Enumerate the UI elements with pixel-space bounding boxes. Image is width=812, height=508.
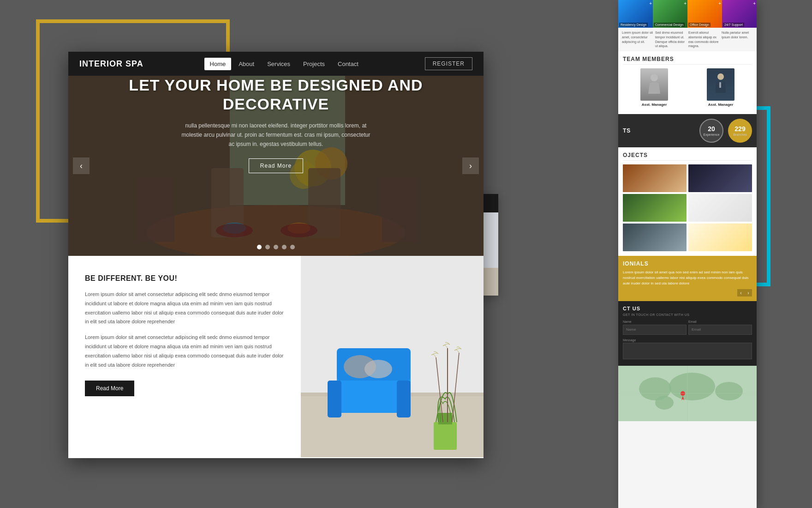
- contact-sub: GET IN TOUCH OR CONTACT WITH US: [623, 313, 752, 316]
- contact-name-input[interactable]: [623, 325, 687, 335]
- nav-about[interactable]: About: [233, 58, 260, 70]
- stat-branches-num: 229: [734, 126, 745, 132]
- contact-name-label: Name: [623, 320, 687, 323]
- hero-dot-4[interactable]: [282, 245, 287, 249]
- svg-rect-3: [720, 82, 721, 88]
- testimonial-nav: ‹ ›: [623, 289, 752, 296]
- svg-rect-38: [434, 422, 457, 450]
- map-section: [618, 366, 757, 421]
- project-thumb-4[interactable]: [688, 194, 752, 222]
- hero-subtitle: nulla pellentesque mi non laoreet eleife…: [179, 121, 373, 149]
- stat-branches-label: Branches: [733, 133, 747, 136]
- content-text-2: Lorem ipsum dolor sit amet consectetur a…: [85, 333, 284, 369]
- project-thumb-1[interactable]: [623, 164, 687, 192]
- content-title: BE DIFFERENT. BE YOU!: [85, 274, 284, 283]
- top-image-plus-4[interactable]: +: [753, 1, 756, 6]
- register-button[interactable]: REGISTER: [425, 57, 472, 70]
- top-images-strip: Residency Design + Commercial Design + O…: [618, 0, 757, 28]
- hero-dot-3[interactable]: [274, 245, 278, 249]
- team-member-2-name: Asst. Manager: [689, 103, 752, 107]
- projects-heading: OJECTS: [623, 152, 752, 161]
- top-image-label-1: Residency Design: [619, 23, 648, 27]
- nav-home[interactable]: Home: [204, 58, 232, 70]
- svg-rect-34: [397, 381, 411, 417]
- hero-arrow-right[interactable]: ›: [462, 157, 479, 174]
- project-thumb-6[interactable]: [688, 224, 752, 251]
- contact-row: Name Email: [623, 320, 752, 337]
- team-photo-male: [707, 68, 734, 101]
- text-strip-3: Exercit ationul aborisnisi aliquip ex ea…: [688, 30, 720, 48]
- team-photo-female: [640, 68, 668, 101]
- nav-contact[interactable]: Contact: [332, 58, 364, 70]
- content-right: [301, 256, 484, 457]
- content-text-1: Lorem ipsum dolor sit amet consectetur a…: [85, 290, 284, 327]
- contact-section: CT US GET IN TOUCH OR CONTACT WITH US Na…: [618, 301, 757, 366]
- hero-read-more-button[interactable]: Read More: [249, 158, 303, 173]
- contact-email-label: Email: [688, 320, 752, 323]
- top-image-plus-1[interactable]: +: [649, 1, 652, 6]
- stats-heading: TS: [623, 127, 695, 134]
- team-members-row: Asst. Manager Asst. Manager: [623, 68, 752, 107]
- nav-projects[interactable]: Projects: [298, 58, 330, 70]
- svg-point-6: [669, 373, 715, 400]
- text-strip: Lorem ipsum dolor sit amet, consectetur …: [618, 28, 757, 51]
- interior-room-svg: [301, 256, 484, 457]
- text-strip-2: Sed dnmo eiusmod tempor incididunt ut. D…: [655, 30, 687, 48]
- hero-content: LET YOUR HOME BE DESIGNED AND DECORATIVE…: [68, 76, 484, 173]
- hero-dot-2[interactable]: [265, 245, 270, 249]
- male-silhouette: [714, 72, 728, 95]
- site-logo: INTERIOR SPA: [79, 59, 143, 69]
- team-member-1-name: Asst. Manager: [623, 103, 686, 107]
- project-thumb-5[interactable]: [623, 224, 687, 251]
- nav-services[interactable]: Services: [262, 58, 296, 70]
- contact-email-input[interactable]: [688, 325, 752, 335]
- testimonial-next[interactable]: ›: [745, 289, 752, 296]
- projects-grid: [623, 164, 752, 251]
- top-image-2[interactable]: Commercial Design +: [653, 0, 687, 28]
- team-member-2: Asst. Manager: [689, 68, 752, 107]
- text-strip-4: Nulla pariatur amet ipsum dolor lorem.: [722, 30, 753, 48]
- top-image-label-2: Commercial Design: [654, 23, 685, 27]
- testimonials-heading: IONIALS: [623, 260, 752, 267]
- stat-experience-num: 20: [708, 126, 715, 132]
- testimonial-prev[interactable]: ‹: [737, 289, 745, 296]
- project-thumb-3[interactable]: [623, 194, 687, 222]
- top-image-label-4: 24/7 Support: [723, 23, 744, 27]
- top-image-4[interactable]: 24/7 Support +: [722, 0, 757, 28]
- project-thumb-2[interactable]: [688, 164, 752, 192]
- nav-links: Home About Services Projects Contact: [204, 58, 364, 70]
- map-svg: [618, 366, 757, 421]
- text-strip-1: Lorem ipsum dolor sit amet, consectetur …: [622, 30, 653, 48]
- hero-dot-1[interactable]: [257, 245, 262, 249]
- main-nav: INTERIOR SPA Home About Services Project…: [68, 52, 484, 76]
- contact-message-textarea[interactable]: [623, 343, 752, 359]
- stat-experience-label: Experience: [703, 133, 719, 136]
- top-image-plus-3[interactable]: +: [718, 1, 721, 6]
- hero-dot-5[interactable]: [290, 245, 295, 249]
- top-image-3[interactable]: Office Design +: [687, 0, 722, 28]
- team-section: TEAM MEMBERS Asst. Manager: [618, 51, 757, 114]
- top-image-plus-2[interactable]: +: [684, 1, 687, 6]
- contact-heading: CT US: [623, 306, 752, 311]
- content-read-more-button[interactable]: Read More: [85, 381, 134, 396]
- right-panel: Residency Design + Commercial Design + O…: [618, 0, 757, 508]
- svg-point-0: [651, 74, 658, 81]
- stat-circle-experience: 20 Experience: [699, 119, 723, 143]
- hero-arrow-left[interactable]: ‹: [73, 157, 90, 174]
- top-image-label-3: Office Design: [688, 23, 710, 27]
- content-left: BE DIFFERENT. BE YOU! Lorem ipsum dolor …: [68, 256, 301, 457]
- team-member-1: Asst. Manager: [623, 68, 686, 107]
- projects-section: OJECTS: [618, 147, 757, 256]
- testimonials-section: IONIALS Lorem ipsum dolor sit amet qua n…: [618, 256, 757, 301]
- hero-title: LET YOUR HOME BE DESIGNED AND DECORATIVE: [114, 76, 437, 114]
- main-website: INTERIOR SPA Home About Services Project…: [68, 52, 484, 458]
- stats-section: TS 20 Experience 229 Branches: [618, 114, 757, 147]
- content-section: BE DIFFERENT. BE YOU! Lorem ipsum dolor …: [68, 256, 484, 457]
- hero-slider: ‹ LET YOUR HOME BE DESIGNED AND DECORATI…: [68, 76, 484, 256]
- svg-point-8: [655, 396, 674, 410]
- svg-point-37: [364, 360, 392, 378]
- svg-rect-33: [328, 381, 341, 417]
- female-silhouette: [647, 73, 661, 96]
- top-image-1[interactable]: Residency Design +: [618, 0, 653, 28]
- stat-circle-branches: 229 Branches: [728, 119, 752, 143]
